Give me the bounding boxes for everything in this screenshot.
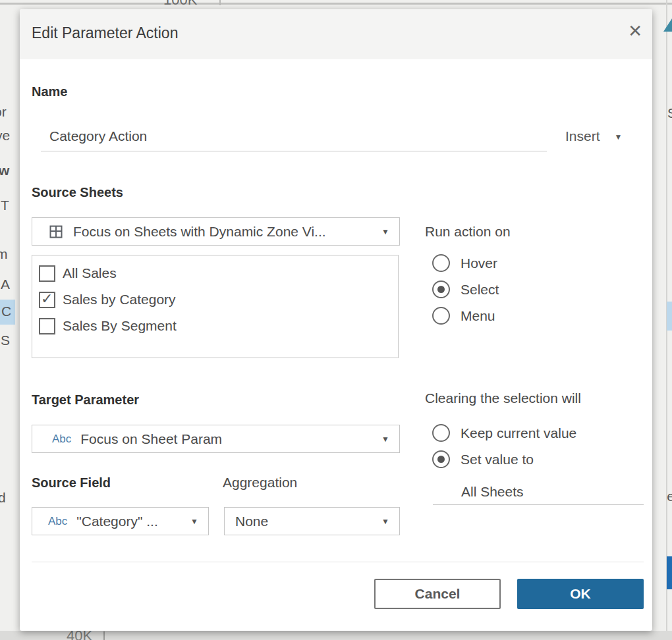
clearing-selection-label: Clearing the selection will [425,390,581,406]
background-text-fragment: w [0,163,9,178]
background-text-fragment: A [1,277,10,292]
source-sheet-dropdown[interactable]: Focus on Sheets with Dynamic Zone Vi... … [32,217,400,246]
radio-button[interactable] [432,307,450,325]
insert-menu-button[interactable]: Insert▼ [565,128,622,144]
chevron-down-icon: ▼ [381,435,389,444]
source-sheets-label: Source Sheets [32,185,123,200]
dialog-titlebar: Edit Parameter Action ✕ [20,9,652,59]
background-text-fragment: S [667,105,672,121]
name-input-underline [41,151,547,151]
background-axis-line [219,0,221,5]
background-button-edge [667,556,672,589]
background-axis-tick-top: 100K [163,0,197,9]
background-text-fragment: m [0,246,8,262]
radio-button[interactable] [432,254,450,272]
radio-button[interactable] [432,280,450,298]
insert-label: Insert [565,128,600,144]
checkbox[interactable]: ✓ [39,265,55,282]
radio-label: Menu [461,308,495,324]
background-text-fragment: S [1,333,10,348]
background-text-fragment: T [1,198,9,213]
name-label: Name [32,84,67,99]
source-sheets-list: ✓ All Sales ✓ Sales by Category ✓ Sales … [32,255,399,358]
footer-divider [32,562,644,562]
aggregation-label: Aggregation [223,475,297,491]
set-value-input-underline [433,504,644,505]
sheet-label: Sales by Category [63,292,176,307]
background-bottom-strip [0,631,672,640]
set-value-input[interactable]: All Sheets [461,484,524,500]
sheet-row-all-sales[interactable]: ✓ All Sales [32,260,398,286]
name-input[interactable]: Category Action [49,128,147,144]
radio-menu[interactable]: Menu [432,307,495,325]
target-parameter-dropdown[interactable]: Abc Focus on Sheet Param ▼ [32,425,400,453]
radio-label: Set value to [461,452,534,467]
radio-keep-current-value[interactable]: Keep current value [432,424,576,442]
dialog-title: Edit Parameter Action [32,24,178,42]
sheet-label: Sales By Segment [63,318,177,334]
worksheet-grid-icon [49,225,63,238]
chevron-down-icon: ▼ [190,517,198,526]
background-text-fragment: d [0,490,6,506]
chevron-down-icon: ▼ [615,132,623,142]
screen: 100K or ve w T m A C S d S e 40K Edit Pa… [0,0,672,640]
source-sheet-dropdown-value: Focus on Sheets with Dynamic Zone Vi... [73,224,326,240]
text-type-icon: Abc [48,515,67,528]
checkbox[interactable]: ✓ [39,292,55,308]
cancel-button[interactable]: Cancel [374,579,501,609]
background-text-fragment: C [1,304,11,319]
checkbox[interactable]: ✓ [39,318,55,334]
radio-button[interactable] [432,424,450,442]
sheet-row-sales-by-category[interactable]: ✓ Sales by Category [32,286,398,313]
sheet-label: All Sales [63,265,117,281]
radio-select[interactable]: Select [432,280,499,298]
background-selection-highlight [667,302,672,331]
check-icon: ✓ [41,290,53,307]
background-chart-shape [663,18,672,32]
background-text-fragment: ve [0,128,10,144]
ok-button[interactable]: OK [517,579,644,609]
background-axis-line [103,631,105,640]
radio-set-value-to[interactable]: Set value to [432,450,534,468]
close-icon[interactable]: ✕ [628,22,642,40]
radio-label: Select [461,282,499,298]
sheet-row-sales-by-segment[interactable]: ✓ Sales By Segment [32,313,398,339]
chevron-down-icon: ▼ [381,227,389,236]
target-parameter-value: Focus on Sheet Param [80,431,222,447]
background-gridline [0,3,672,5]
source-field-label: Source Field [32,475,111,491]
radio-label: Keep current value [461,425,576,441]
radio-hover[interactable]: Hover [432,254,497,272]
aggregation-dropdown[interactable]: None ▼ [224,507,400,535]
background-text-fragment: or [0,104,7,120]
text-type-icon: Abc [52,433,71,446]
source-field-dropdown[interactable]: Abc "Category" ... ▼ [32,507,209,535]
chevron-down-icon: ▼ [381,517,389,526]
edit-parameter-action-dialog: Edit Parameter Action ✕ Name Category Ac… [20,9,652,631]
source-field-value: "Category" ... [76,514,157,529]
target-parameter-label: Target Parameter [32,392,139,408]
background-text-fragment: e [667,489,672,504]
radio-button[interactable] [432,450,450,468]
radio-label: Hover [461,255,497,271]
aggregation-value: None [235,514,268,529]
run-action-on-label: Run action on [425,224,511,240]
